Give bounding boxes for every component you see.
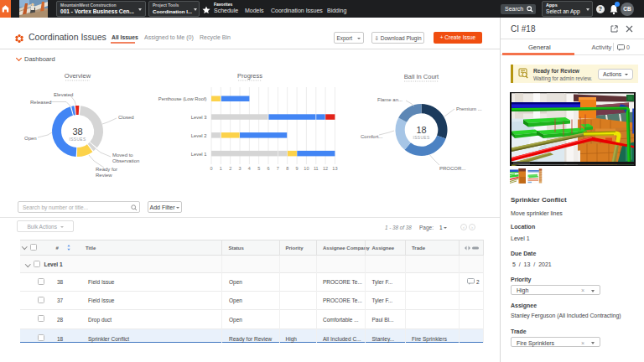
svg-text:Comfort...: Comfort... — [361, 134, 383, 139]
svg-text:Overview: Overview — [65, 72, 91, 80]
svg-text:Progress: Progress — [237, 72, 262, 80]
svg-text:ISSUES: ISSUES — [70, 137, 86, 142]
svg-text:Released: Released — [30, 100, 51, 105]
svg-text:Premium ...: Premium ... — [456, 106, 482, 111]
svg-text:4: 4 — [248, 166, 251, 171]
svg-text:Closed: Closed — [118, 115, 134, 120]
svg-text:Ball In Court: Ball In Court — [404, 73, 439, 80]
svg-text:9: 9 — [296, 166, 299, 171]
svg-text:3: 3 — [238, 166, 241, 171]
svg-text:1: 1 — [220, 166, 222, 171]
svg-text:2: 2 — [229, 166, 231, 171]
svg-text:Observation: Observation — [112, 158, 139, 163]
svg-text:Moved to: Moved to — [112, 153, 133, 158]
svg-text:Level 2: Level 2 — [191, 133, 207, 138]
svg-text:8: 8 — [286, 166, 288, 171]
svg-text:0: 0 — [210, 166, 212, 171]
svg-text:13: 13 — [332, 166, 337, 171]
svg-text:12: 12 — [323, 166, 328, 171]
svg-text:ISSUES: ISSUES — [413, 136, 430, 140]
svg-text:7: 7 — [277, 166, 279, 171]
svg-text:5: 5 — [257, 166, 260, 171]
svg-text:Level 1: Level 1 — [191, 152, 207, 157]
svg-text:Review: Review — [96, 173, 112, 178]
svg-text:Elevated: Elevated — [54, 92, 73, 97]
svg-text:Penthouse (Low Roof): Penthouse (Low Roof) — [158, 96, 207, 101]
svg-text:Open: Open — [24, 136, 37, 141]
svg-text:18: 18 — [416, 125, 426, 135]
svg-text:11: 11 — [314, 166, 319, 171]
svg-text:10: 10 — [304, 166, 309, 171]
svg-text:6: 6 — [267, 166, 269, 171]
svg-text:PROCOR...: PROCOR... — [439, 166, 466, 171]
svg-text:Ready for: Ready for — [96, 167, 117, 172]
svg-text:Flame an...: Flame an... — [377, 97, 402, 102]
svg-text:38: 38 — [72, 127, 82, 137]
svg-text:Level 3: Level 3 — [191, 115, 207, 120]
